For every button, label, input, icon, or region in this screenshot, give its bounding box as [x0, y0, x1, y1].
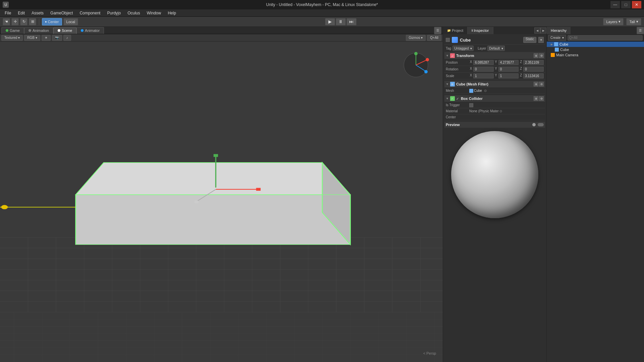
unity-icon: U — [3, 2, 9, 8]
tab-project[interactable]: 📁 Project — [443, 27, 468, 34]
svg-rect-57 — [195, 201, 199, 203]
hier-item-cube-root[interactable]: ▶ Cube — [547, 42, 644, 47]
scale-x-field[interactable]: 1 — [473, 73, 494, 78]
box-collider-btns: ⊞ ⚙ — [534, 96, 544, 101]
object-name: Cube — [460, 38, 521, 43]
scale-z-field[interactable]: 3.113416 — [523, 73, 544, 78]
transform-header[interactable]: ▼ ⊿ Transform ⊞ ⚙ — [444, 52, 545, 59]
rot-z-field[interactable]: 0 — [523, 67, 544, 72]
pos-z-field[interactable]: 2.351109 — [523, 60, 544, 65]
play-button[interactable]: ▶ — [325, 18, 335, 25]
scale-tool[interactable]: ⊞ — [29, 18, 36, 25]
step-button[interactable]: ⏭ — [346, 18, 357, 25]
mesh-row: Mesh Cube ⊙ — [444, 88, 545, 94]
is-trigger-checkbox[interactable] — [469, 103, 473, 107]
menu-purdyjo[interactable]: Purdyjo — [104, 10, 124, 16]
mesh-filter-header[interactable]: ▼ ⊞ Cube (Mesh Filter) ⊞ ⚙ — [444, 81, 545, 88]
hierarchy-toolbar: Create ▾ — [547, 34, 644, 42]
menu-bar: File Edit Assets GameObject Component Pu… — [0, 9, 644, 17]
menu-edit[interactable]: Edit — [14, 10, 28, 16]
preview-section: Preview — [444, 122, 545, 218]
transform-component: ▼ ⊿ Transform ⊞ ⚙ Position X 6.085287 Y — [444, 52, 545, 79]
menu-oculus[interactable]: Oculus — [124, 10, 143, 16]
menu-window[interactable]: Window — [144, 10, 165, 16]
tab-animation[interactable]: Animation — [24, 27, 53, 34]
window-title: Unity - Untitled - VoxelMayhem - PC, Mac… — [266, 2, 378, 7]
scene-toolbar: Textured ▾ RGB ▾ ☀ 📷 ♪ Gizmos ▾ Q+All — [0, 34, 443, 42]
tab-dot-animation — [29, 29, 31, 32]
viewport[interactable]: Y X Z < Persp — [0, 42, 443, 362]
tab-dot-animator — [81, 29, 84, 32]
transform-options-btn[interactable]: ⚙ — [539, 53, 544, 58]
menu-help[interactable]: Help — [164, 10, 179, 16]
mesh-settings-btn[interactable]: ⊞ — [534, 82, 538, 86]
position-xyz: X 6.085287 Y 4.273577 Z 2.351109 — [469, 60, 544, 65]
mesh-icon: ⊞ — [450, 82, 455, 86]
move-tool[interactable]: ✛ — [11, 18, 19, 25]
shading-dropdown[interactable]: Textured ▾ — [1, 35, 23, 41]
minimize-button[interactable]: — — [610, 1, 620, 8]
layout-dropdown[interactable]: Tall ▾ — [626, 18, 641, 25]
sound-icon[interactable]: ♪ — [63, 35, 71, 41]
preview-toggle[interactable] — [538, 123, 544, 126]
menu-assets[interactable]: Assets — [28, 10, 47, 16]
tab-game[interactable]: Game — [1, 27, 24, 34]
svg-rect-53 — [214, 154, 218, 157]
tab-scene[interactable]: # Scene — [53, 27, 76, 34]
gizmos-dropdown[interactable]: Gizmos ▾ — [406, 35, 426, 41]
perspective-label: < Persp — [423, 351, 436, 355]
color-space-dropdown[interactable]: RGB ▾ — [24, 35, 40, 41]
inspector-scroll-down[interactable]: ▶ — [540, 27, 546, 34]
tab-hierarchy[interactable]: Hierarchy — [547, 27, 571, 34]
static-button[interactable]: Static — [523, 37, 536, 43]
transform-title: Transform — [456, 54, 532, 58]
preview-toggle-off[interactable] — [532, 123, 536, 126]
hier-item-cube-child[interactable]: Cube — [547, 47, 644, 52]
main-camera-icon — [551, 53, 555, 57]
mesh-options-btn[interactable]: ⚙ — [539, 82, 544, 86]
panel-options-icon[interactable]: ☰ — [434, 27, 441, 34]
active-checkbox[interactable] — [446, 38, 450, 42]
grid-background — [0, 42, 443, 362]
camera-icon[interactable]: 📷 — [52, 35, 62, 41]
tab-inspector[interactable]: ℹ Inspector — [468, 27, 493, 34]
is-trigger-row: Is Trigger — [444, 102, 545, 108]
scale-y-field[interactable]: 1 — [498, 73, 519, 78]
hierarchy-search[interactable] — [568, 35, 643, 41]
rotation-row: Rotation X 0 Y 0 Z 0 — [444, 66, 545, 73]
hierarchy-tab-bar: Hierarchy ☰ — [547, 27, 644, 34]
box-collider-header[interactable]: ▼ ✓ ✓ Box Collider ⊞ ⚙ — [444, 95, 545, 102]
hier-item-main-camera[interactable]: Main Camera — [547, 52, 644, 58]
maximize-button[interactable]: □ — [621, 1, 631, 8]
inspector-scroll-up[interactable]: ◀ — [534, 27, 540, 34]
static-arrow[interactable]: ▾ — [538, 37, 544, 43]
tab-animator[interactable]: Animator — [76, 27, 104, 34]
collider-settings-btn[interactable]: ⊞ — [534, 96, 538, 101]
close-button[interactable]: ✕ — [632, 1, 641, 8]
cube-root-icon — [554, 42, 558, 46]
menu-component[interactable]: Component — [76, 10, 104, 16]
sun-icon[interactable]: ☀ — [42, 35, 51, 41]
hand-tool[interactable]: ☚ — [3, 18, 10, 25]
menu-file[interactable]: File — [1, 10, 14, 16]
create-button[interactable]: Create ▾ — [548, 35, 566, 41]
layer-dropdown[interactable]: Default ▾ — [487, 46, 504, 51]
rot-y-field[interactable]: 0 — [498, 67, 519, 72]
tag-dropdown[interactable]: Untagged ▾ — [452, 46, 474, 51]
toolbar: ☚ ✛ ↻ ⊞ ● Center Local ▶ ⏸ ⏭ Layers ▾ Ta… — [0, 17, 644, 27]
transform-settings-btn[interactable]: ⊞ — [534, 53, 538, 58]
svg-rect-55 — [256, 188, 261, 191]
pause-button[interactable]: ⏸ — [336, 18, 346, 25]
collider-options-btn[interactable]: ⚙ — [539, 96, 544, 101]
rotate-tool[interactable]: ↻ — [20, 18, 28, 25]
main-layout: Game Animation # Scene Animator ☰ Textur… — [0, 27, 644, 362]
local-button[interactable]: Local — [63, 18, 78, 25]
menu-gameobject[interactable]: GameObject — [47, 10, 76, 16]
rot-x-field[interactable]: 0 — [473, 67, 494, 72]
pos-x-field[interactable]: 6.085287 — [473, 60, 494, 65]
layers-dropdown[interactable]: Layers ▾ — [603, 18, 624, 25]
pos-y-field[interactable]: 4.273577 — [498, 60, 519, 65]
hierarchy-options-icon[interactable]: ☰ — [637, 27, 644, 34]
center-button[interactable]: ● Center — [42, 18, 62, 25]
all-dropdown[interactable]: Q+All — [427, 35, 441, 41]
